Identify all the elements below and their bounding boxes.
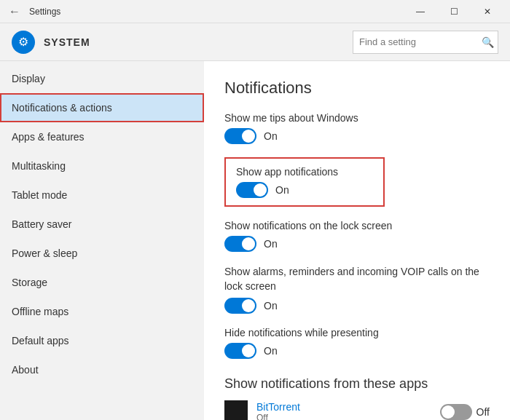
toggle-bittorrent-state: Off (476, 406, 490, 418)
app-list-item-bittorrent: BitTorrent Off Off (224, 400, 490, 420)
bittorrent-name[interactable]: BitTorrent (256, 401, 431, 413)
sidebar-item-display[interactable]: Display (0, 64, 204, 93)
bittorrent-info: BitTorrent Off (256, 401, 431, 420)
app-title: SYSTEM (44, 36, 90, 48)
sidebar-item-offline[interactable]: Offline maps (0, 297, 204, 326)
header-left: ⚙ SYSTEM (12, 31, 90, 54)
toggle-lock-screen-row: On (224, 236, 490, 252)
toggle-lock-screen-state: On (264, 238, 278, 250)
search-input[interactable] (359, 36, 482, 47)
search-icon: 🔍 (482, 36, 494, 48)
setting-tips: Show me tips about Windows On (224, 112, 490, 144)
maximize-button[interactable]: ☐ (437, 0, 471, 23)
sidebar: Display Notifications & actions Apps & f… (0, 61, 204, 420)
setting-alarms: Show alarms, reminders and incoming VOIP… (224, 265, 490, 314)
toggle-presenting[interactable] (224, 343, 256, 359)
setting-app-notifications-box: Show app notifications On (224, 157, 385, 207)
content-panel: Notifications Show me tips about Windows… (204, 61, 510, 420)
toggle-lock-screen[interactable] (224, 236, 256, 252)
setting-presenting: Hide notifications while presenting On (224, 327, 490, 359)
setting-presenting-label: Hide notifications while presenting (224, 327, 490, 338)
title-bar-left: ← Settings (6, 2, 60, 21)
app-header: ⚙ SYSTEM 🔍 (0, 23, 510, 61)
toggle-tips-label: On (264, 130, 278, 142)
toggle-tips-row: On (224, 128, 490, 144)
title-bar-controls: — ☐ ✕ (404, 0, 504, 23)
settings-icon: ⚙ (12, 31, 35, 54)
toggle-app-notifications-state: On (275, 184, 289, 196)
sidebar-item-tablet[interactable]: Tablet mode (0, 181, 204, 210)
bittorrent-status: Off (256, 413, 431, 420)
setting-app-notifications-label: Show app notifications (236, 166, 373, 178)
title-bar-title: Settings (29, 7, 60, 17)
toggle-app-notifications-row: On (236, 182, 373, 198)
back-button[interactable]: ← (6, 2, 23, 21)
toggle-presenting-row: On (224, 343, 490, 359)
sidebar-item-storage[interactable]: Storage (0, 268, 204, 297)
close-button[interactable]: ✕ (471, 0, 504, 23)
apps-section-title: Show notifications from these apps (224, 376, 490, 392)
sidebar-item-notifications[interactable]: Notifications & actions (0, 93, 204, 122)
main-content: Display Notifications & actions Apps & f… (0, 61, 510, 420)
minimize-button[interactable]: — (404, 0, 437, 23)
sidebar-item-about[interactable]: About (0, 355, 204, 384)
setting-lock-screen: Show notifications on the lock screen On (224, 220, 490, 252)
toggle-alarms-row: On (224, 298, 490, 314)
sidebar-item-apps[interactable]: Apps & features (0, 122, 204, 151)
toggle-presenting-state: On (264, 345, 278, 357)
toggle-alarms-state: On (264, 300, 278, 312)
bittorrent-icon (224, 400, 248, 420)
title-bar: ← Settings — ☐ ✕ (0, 0, 510, 23)
toggle-bittorrent[interactable] (440, 404, 472, 420)
search-box[interactable]: 🔍 (353, 31, 498, 54)
setting-tips-label: Show me tips about Windows (224, 112, 490, 124)
sidebar-item-power[interactable]: Power & sleep (0, 239, 204, 268)
sidebar-item-battery[interactable]: Battery saver (0, 210, 204, 239)
toggle-tips[interactable] (224, 128, 256, 144)
bittorrent-toggle-area: Off (440, 404, 490, 420)
sidebar-item-multitasking[interactable]: Multitasking (0, 151, 204, 181)
setting-lock-screen-label: Show notifications on the lock screen (224, 220, 490, 231)
sidebar-item-default[interactable]: Default apps (0, 326, 204, 355)
toggle-app-notifications[interactable] (236, 182, 268, 198)
section-title: Notifications (224, 79, 490, 98)
setting-alarms-label: Show alarms, reminders and incoming VOIP… (224, 265, 487, 293)
toggle-alarms[interactable] (224, 298, 256, 314)
